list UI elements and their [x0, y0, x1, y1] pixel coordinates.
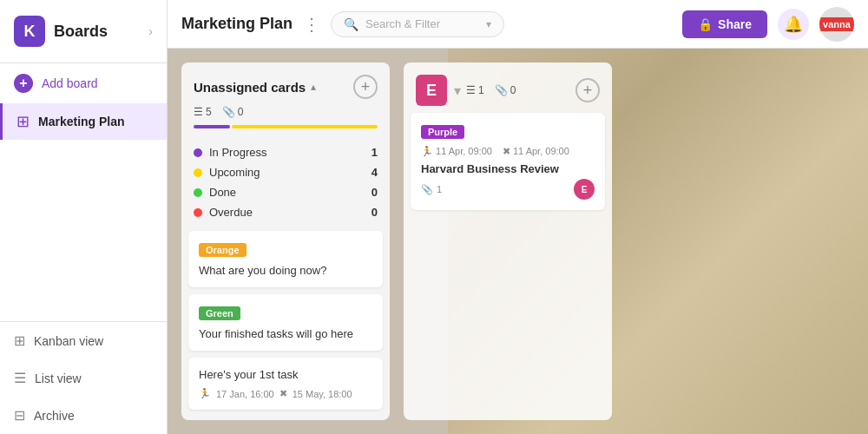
flag-icon: ✖: [279, 388, 287, 399]
task-icon: ☰: [194, 106, 203, 118]
add-icon: +: [14, 74, 33, 93]
card-tag-purple: Purple: [421, 125, 464, 139]
sort-icon[interactable]: ▴: [311, 81, 316, 93]
vanna-logo: vanna: [819, 17, 854, 31]
status-list: In Progress 1 Upcoming 4 Done: [181, 139, 390, 231]
sidebar-bottom-nav: ⊞ Kanban view ☰ List view ⊟ Archive: [0, 321, 167, 434]
sidebar: K Boards › + Add board ⊞ Marketing Plan …: [0, 0, 168, 434]
e-attachment-count: 📎 0: [495, 84, 516, 96]
attachment-icon: 📎: [222, 106, 235, 118]
card-text-task: Here's your 1st task: [199, 368, 372, 381]
more-options-icon[interactable]: ⋮: [303, 14, 320, 35]
card-purple[interactable]: Purple 🏃 11 Apr, 09:00 ✖ 11 Apr, 09:00 H…: [411, 113, 605, 210]
add-board-button[interactable]: + Add board: [0, 63, 167, 103]
task-icon-e: ☰: [466, 84, 476, 96]
column-e-header: E ▾ ☰ 1 📎 0 +: [404, 62, 612, 113]
kanban-icon: ⊞: [14, 332, 25, 349]
add-card-button[interactable]: +: [353, 75, 378, 99]
sidebar-header: K Boards ›: [0, 0, 167, 63]
card-dates: 🏃 11 Apr, 09:00 ✖ 11 Apr, 09:00: [421, 146, 595, 157]
card-tag-orange: Orange: [199, 243, 247, 257]
card-text-orange: What are you doing now?: [199, 264, 372, 277]
status-dot-yellow: [194, 168, 202, 177]
column-e: E ▾ ☰ 1 📎 0 +: [404, 62, 612, 420]
column-e-stats: ☰ 1 📎 0: [466, 84, 516, 96]
add-card-button-e[interactable]: +: [575, 78, 600, 102]
progress-segment-purple: [194, 125, 230, 128]
column-header: Unassigned cards ▴ +: [181, 62, 390, 106]
chevron-down-icon: ▾: [486, 18, 491, 30]
sidebar-item-list-view[interactable]: ☰ List view: [0, 359, 167, 397]
search-placeholder: Search & Filter: [365, 17, 479, 30]
card-text-green: Your finished tasks will go here: [199, 327, 372, 340]
lock-icon: 🔒: [698, 17, 713, 31]
card-footer-task: 🏃 17 Jan, 16:00 ✖ 15 May, 18:00: [199, 388, 372, 399]
topbar: Marketing Plan ⋮ 🔍 Search & Filter ▾ 🔒 S…: [168, 0, 868, 49]
search-icon: 🔍: [344, 17, 358, 31]
sidebar-item-archive[interactable]: ⊟ Archive: [0, 397, 167, 434]
person-icon: 🏃: [199, 388, 211, 399]
status-dot-purple: [194, 148, 202, 157]
user-avatar[interactable]: vanna: [819, 7, 854, 42]
sidebar-item-kanban-view[interactable]: ⊞ Kanban view: [0, 322, 167, 359]
status-done: Done 0: [194, 182, 378, 202]
status-upcoming: Upcoming 4: [194, 162, 378, 182]
card-orange[interactable]: Orange What are you doing now?: [188, 231, 383, 287]
runner-icon: 🏃: [421, 146, 433, 156]
flag-icon-2: ✖: [503, 146, 510, 156]
archive-icon: ⊟: [14, 407, 25, 424]
status-dot-green: [194, 188, 202, 197]
start-date: 🏃 11 Apr, 09:00: [421, 146, 492, 157]
column-unassigned: Unassigned cards ▴ + ☰ 5 📎 0: [181, 62, 390, 420]
chevron-right-icon: ›: [148, 24, 153, 38]
attachment-count-stat: 📎 0: [222, 106, 244, 118]
card-title: Harvard Business Review: [421, 162, 595, 175]
sidebar-item-marketing-plan[interactable]: ⊞ Marketing Plan: [0, 103, 167, 140]
notifications-button[interactable]: 🔔: [778, 9, 809, 40]
paperclip-icon: 📎: [421, 184, 433, 195]
board-name-label: Marketing Plan: [38, 115, 125, 128]
card-assignee-badge: E: [574, 179, 595, 200]
progress-bar: [181, 125, 390, 139]
status-overdue: Overdue 0: [194, 202, 378, 222]
column-stats: ☰ 5 📎 0: [181, 106, 390, 125]
column-e-title-area: ▾ ☰ 1 📎 0: [454, 82, 575, 99]
card-first-task[interactable]: Here's your 1st task 🏃 17 Jan, 16:00 ✖ 1…: [188, 358, 383, 410]
search-filter-bar[interactable]: 🔍 Search & Filter ▾: [331, 11, 504, 37]
sidebar-logo: K: [14, 16, 45, 47]
card-green[interactable]: Green Your finished tasks will go here: [188, 294, 383, 351]
column-title: Unassigned cards: [194, 80, 306, 95]
main-content: Marketing Plan ⋮ 🔍 Search & Filter ▾ 🔒 S…: [168, 0, 868, 434]
progress-segment-yellow: [232, 125, 378, 128]
board-area: Unassigned cards ▴ + ☰ 5 📎 0: [168, 49, 868, 434]
share-button[interactable]: 🔒 Share: [682, 10, 767, 38]
list-icon: ☰: [14, 370, 26, 386]
column-e-avatar: E: [416, 75, 447, 106]
attachment-icon-e: 📎: [495, 84, 508, 96]
status-dot-red: [194, 208, 202, 217]
card-tag-green: Green: [199, 306, 240, 320]
page-title: Marketing Plan: [181, 15, 293, 33]
card-attachment-count: 📎 1: [421, 184, 442, 195]
e-task-count: ☰ 1: [466, 84, 484, 96]
chevron-down-icon: ▾: [454, 82, 461, 99]
task-count-stat: ☰ 5: [194, 106, 212, 118]
end-date: ✖ 11 Apr, 09:00: [503, 146, 569, 157]
status-in-progress: In Progress 1: [194, 142, 378, 162]
boards-label: Boards: [54, 23, 140, 41]
board-icon: ⊞: [16, 112, 30, 131]
